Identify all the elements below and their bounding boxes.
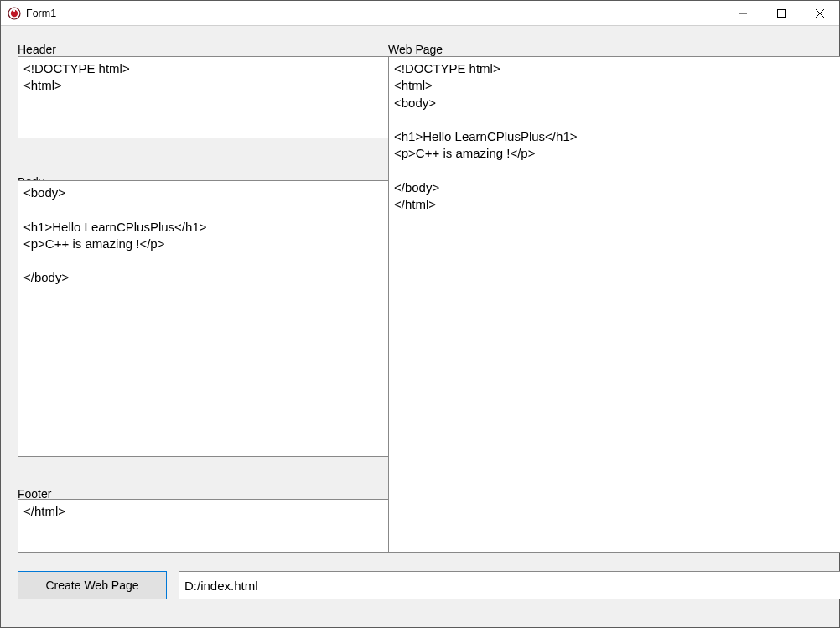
close-button[interactable] xyxy=(801,1,839,26)
webpage-textarea[interactable] xyxy=(388,56,840,553)
svg-rect-4 xyxy=(778,9,786,17)
minimize-button[interactable] xyxy=(723,1,762,26)
output-path-input[interactable] xyxy=(179,571,840,599)
app-window: Form1 Header Body Footer Web Page Create… xyxy=(0,0,840,628)
maximize-button[interactable] xyxy=(762,1,801,26)
webpage-label: Web Page xyxy=(388,43,443,56)
create-web-page-button[interactable]: Create Web Page xyxy=(18,571,167,599)
window-title: Form1 xyxy=(26,8,56,19)
svg-rect-2 xyxy=(13,9,15,11)
app-icon xyxy=(8,7,21,20)
header-label: Header xyxy=(18,43,56,56)
titlebar: Form1 xyxy=(1,1,839,26)
client-area: Header Body Footer Web Page Create Web P… xyxy=(1,26,839,627)
